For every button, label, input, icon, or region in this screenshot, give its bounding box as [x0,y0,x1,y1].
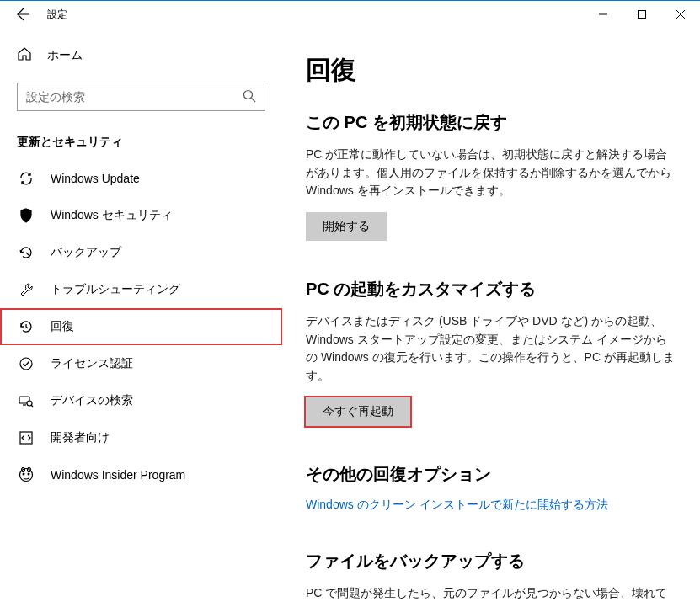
section-title-backup: ファイルをバックアップする [306,550,676,573]
check-circle-icon [19,356,34,371]
sidebar-item-label: バックアップ [51,245,121,260]
find-device-icon [19,393,34,408]
svg-rect-0 [639,11,646,19]
insider-icon [19,467,34,482]
sidebar-item-insider[interactable]: Windows Insider Program [0,456,282,493]
window-title: 設定 [47,8,67,22]
sidebar-item-recovery[interactable]: 回復 [0,308,282,345]
section-desc-startup: デバイスまたはディスク (USB ドライブや DVD など) からの起動、Win… [306,312,676,386]
section-title-startup: PC の起動をカスタマイズする [306,278,676,301]
sidebar-item-label: 回復 [51,319,74,334]
section-desc-reset: PC が正常に動作していない場合は、初期状態に戻すと解決する場合があります。個人… [306,146,676,200]
back-button[interactable] [7,1,40,28]
reset-start-button[interactable]: 開始する [306,212,387,241]
svg-point-2 [20,358,32,370]
main-panel: 回復 この PC を初期状態に戻す PC が正常に動作していない場合は、初期状態… [282,28,700,601]
sidebar-item-activation[interactable]: ライセンス認証 [0,345,282,382]
search-box[interactable] [17,83,265,111]
sidebar-item-label: Windows セキュリティ [51,208,173,223]
close-icon [676,10,685,19]
section-backup: ファイルをバックアップする PC で問題が発生したら、元のファイルが見つからない… [306,550,676,601]
restart-now-button[interactable]: 今すぐ再起動 [306,397,410,426]
page-title: 回復 [306,53,676,88]
minimize-icon [599,10,607,19]
titlebar: 設定 [0,1,700,28]
maximize-icon [638,10,646,19]
section-reset: この PC を初期状態に戻す PC が正常に動作していない場合は、初期状態に戻す… [306,111,676,241]
wrench-icon [19,282,34,297]
section-startup: PC の起動をカスタマイズする デバイスまたはディスク (USB ドライブや D… [306,278,676,426]
maximize-button[interactable] [623,1,661,28]
sidebar-item-label: Windows Update [51,172,140,185]
svg-point-1 [244,90,253,99]
sidebar-item-label: トラブルシューティング [51,282,180,297]
search-input[interactable] [26,90,243,104]
sidebar-item-home[interactable]: ホーム [0,38,282,72]
search-icon [243,89,256,105]
shield-icon [19,208,34,223]
sidebar-item-developers[interactable]: 開発者向け [0,419,282,456]
svg-point-8 [28,473,30,476]
sidebar-item-label: Windows Insider Program [51,468,185,482]
history-icon [19,319,34,334]
sidebar-item-label: ライセンス認証 [51,356,133,371]
arrow-left-icon [17,8,30,21]
home-icon [17,46,32,64]
backup-icon [19,245,34,260]
sync-icon [19,171,34,186]
sidebar-item-troubleshoot[interactable]: トラブルシューティング [0,271,282,308]
minimize-button[interactable] [584,1,623,28]
section-desc-backup: PC で問題が発生したら、元のファイルが見つからない場合、壊れている場合、または… [306,584,676,601]
window-controls [584,1,700,28]
code-icon [19,430,34,445]
content: ホーム 更新とセキュリティ Windows Update Windows セキュ… [0,28,700,601]
sidebar-item-windows-security[interactable]: Windows セキュリティ [0,197,282,234]
sidebar: ホーム 更新とセキュリティ Windows Update Windows セキュ… [0,28,282,601]
sidebar-section-label: 更新とセキュリティ [0,111,282,160]
section-title-other: その他の回復オプション [306,463,676,486]
sidebar-item-label: デバイスの検索 [51,393,133,408]
sidebar-item-windows-update[interactable]: Windows Update [0,160,282,197]
section-title-reset: この PC を初期状態に戻す [306,111,676,134]
sidebar-item-find-device[interactable]: デバイスの検索 [0,382,282,419]
home-label: ホーム [47,48,83,63]
close-button[interactable] [661,1,700,28]
section-other: その他の回復オプション Windows のクリーン インストールで新たに開始する… [306,463,676,513]
clean-install-link[interactable]: Windows のクリーン インストールで新たに開始する方法 [306,498,608,511]
sidebar-item-label: 開発者向け [51,430,110,445]
sidebar-item-backup[interactable]: バックアップ [0,234,282,271]
svg-point-7 [23,473,25,476]
